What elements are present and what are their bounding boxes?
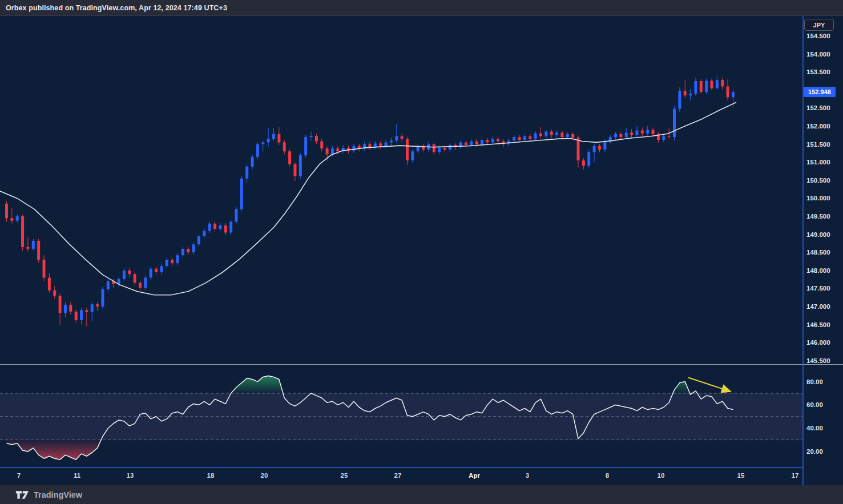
price-tick-label: 152.500 bbox=[806, 104, 830, 111]
footer-bar: TradingView bbox=[0, 485, 843, 504]
time-tick-label: 10 bbox=[658, 472, 665, 479]
time-tick-label: 7 bbox=[17, 472, 21, 479]
publication-title: Orbex published on TradingView.com, Apr … bbox=[6, 4, 227, 12]
tradingview-brand-text[interactable]: TradingView bbox=[34, 490, 82, 499]
time-tick-label: 20 bbox=[261, 472, 268, 479]
time-tick-label: 25 bbox=[341, 472, 348, 479]
price-tick-label: 146.500 bbox=[806, 321, 830, 328]
price-tick-label: 151.000 bbox=[806, 159, 830, 166]
time-tick-label: 8 bbox=[606, 472, 610, 479]
candlestick-rsi-chart[interactable]: 154.500154.000153.500153.000152.500152.0… bbox=[0, 16, 843, 485]
time-tick-label: 15 bbox=[737, 472, 745, 479]
tradingview-logo-icon[interactable] bbox=[15, 490, 29, 499]
price-tick-label: 147.000 bbox=[806, 303, 830, 310]
price-tick-label: 145.500 bbox=[806, 357, 830, 364]
price-tick-label: 151.500 bbox=[806, 141, 830, 148]
price-tick-label: 148.000 bbox=[806, 267, 830, 274]
price-tick-label: 149.000 bbox=[806, 231, 830, 238]
price-tick-label: 150.000 bbox=[806, 195, 830, 201]
price-tick-label: 153.500 bbox=[806, 68, 830, 75]
rsi-tick-label: 60.00 bbox=[806, 401, 823, 408]
time-tick-label: 17 bbox=[792, 472, 799, 479]
price-tick-label: 152.000 bbox=[806, 123, 830, 130]
time-tick-label: 11 bbox=[74, 472, 81, 479]
rsi-tick-label: 40.00 bbox=[806, 425, 823, 432]
currency-axis-button[interactable]: JPY bbox=[804, 19, 834, 31]
price-tick-label: 147.500 bbox=[806, 285, 830, 292]
rsi-tick-label: 80.00 bbox=[806, 378, 823, 385]
tradingview-published-chart: Orbex published on TradingView.com, Apr … bbox=[0, 0, 843, 504]
price-tick-label: 150.500 bbox=[806, 177, 830, 184]
publication-header: Orbex published on TradingView.com, Apr … bbox=[0, 0, 843, 16]
price-tick-label: 146.000 bbox=[806, 339, 830, 346]
last-price-badge: 152.948 bbox=[804, 87, 836, 97]
price-tick-label: 154.000 bbox=[806, 51, 830, 58]
rsi-tick-label: 20.00 bbox=[806, 448, 823, 455]
time-tick-label: 18 bbox=[207, 472, 215, 479]
time-tick-label: 27 bbox=[394, 472, 402, 479]
price-tick-label: 148.500 bbox=[806, 249, 830, 256]
price-tick-label: 149.500 bbox=[806, 213, 830, 220]
time-tick-label: 3 bbox=[526, 472, 529, 479]
time-tick-label: 13 bbox=[127, 472, 134, 479]
time-tick-label: Apr bbox=[469, 472, 480, 479]
chart-area: 154.500154.000153.500153.000152.500152.0… bbox=[0, 16, 843, 485]
price-tick-label: 154.500 bbox=[806, 33, 830, 39]
